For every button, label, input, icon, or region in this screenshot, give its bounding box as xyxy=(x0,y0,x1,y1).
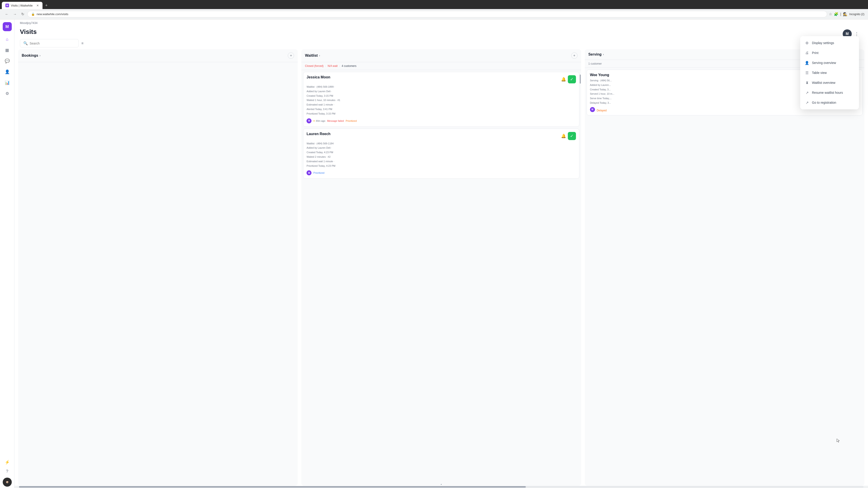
detail-line3: Created Today, 3:15 PM xyxy=(307,94,576,98)
customer-name-lauren: Lauren Reech xyxy=(307,132,331,136)
sidebar-avatar-placeholder: 🐶 xyxy=(3,478,12,487)
dropdown-item-serving-overview[interactable]: 👤 Serving overview xyxy=(800,58,859,68)
reload-button[interactable]: ↻ xyxy=(20,11,26,17)
tag-message-failed[interactable]: Message failed xyxy=(327,120,344,122)
bell-button-jessica[interactable]: 🔔 xyxy=(561,77,566,82)
sidebar-item-settings[interactable]: ⚙ xyxy=(3,89,12,98)
sidebar: M ⌂ ▦ 💬 👤 📊 ⚙ ⚡ ? 🐶 xyxy=(0,20,14,488)
waitlist-closed-label: Closed (forced) xyxy=(305,64,323,68)
sidebar-item-lightning[interactable]: ⚡ xyxy=(3,458,12,467)
card-footer-jessica: M ● 44m ago Message failed Prioritized xyxy=(307,119,576,123)
card-header-lauren: Lauren Reech 🔔 ✓ xyxy=(307,132,576,140)
lauren-detail-line2: Added by Lauren Deli · xyxy=(307,146,576,150)
new-tab-button[interactable]: + xyxy=(43,2,50,9)
page-header: Visits xyxy=(14,25,868,37)
app-layout: M ⌂ ▦ 💬 👤 📊 ⚙ ⚡ ? 🐶 xyxy=(0,20,868,488)
bell-button-lauren[interactable]: 🔔 xyxy=(561,133,566,138)
waitlist-overview-icon: ⧗ xyxy=(805,80,809,85)
chart-icon: 📊 xyxy=(5,80,10,85)
more-options-button[interactable]: ⋮ xyxy=(855,31,859,37)
scrollbar-thumb[interactable] xyxy=(19,486,526,488)
back-button[interactable]: ← xyxy=(4,11,10,17)
tab-bar: W Visits | Waitwhile ✕ + xyxy=(0,0,868,9)
extensions-icon[interactable]: 🧩 xyxy=(834,12,838,16)
dropdown-item-print[interactable]: 🖨 Print xyxy=(800,48,859,58)
table-view-label: Table view xyxy=(812,71,827,74)
sidebar-item-help[interactable]: ? xyxy=(3,467,12,476)
waitlist-column: Waitlist › + Closed (forced) · N/A wait … xyxy=(301,49,581,486)
browser-actions: ☆ 🧩 | 🕵 Incognito (2) xyxy=(829,12,864,16)
lauren-detail-line1: Waitlist · (484) 569-1184 xyxy=(307,141,576,146)
waitlist-customer-count: 4 customers xyxy=(342,64,356,68)
detail-line6: Alerted Today, 3:41 PM xyxy=(307,107,576,111)
detail-line5: Estimated wait 1 minute · xyxy=(307,103,576,107)
address-bar[interactable]: 🔒 new.waitwhile.com/visits xyxy=(27,11,827,18)
resume-waitlist-label: Resume waitlist hours xyxy=(812,91,843,94)
serving-overview-label: Serving overview xyxy=(812,61,836,65)
scrollbar-track xyxy=(19,486,864,488)
sidebar-bottom: ⚡ ? 🐶 xyxy=(3,458,12,487)
serving-avatar-wee-young: M xyxy=(590,107,595,112)
forward-button[interactable]: → xyxy=(12,11,18,17)
bookings-chevron-icon: › xyxy=(39,54,40,57)
card-footer-lauren: M Prioritized xyxy=(307,170,576,175)
filter-icon[interactable]: ≡ xyxy=(81,41,84,45)
lauren-detail-line5: Estimated wait 1 minute · xyxy=(307,159,576,164)
table-view-icon: ☰ xyxy=(805,70,809,75)
bookings-column: Bookings › + xyxy=(18,49,298,486)
dropdown-menu: ⚙ Display settings 🖨 Print 👤 Serving ove… xyxy=(800,36,859,109)
sidebar-item-home[interactable]: ⌂ xyxy=(3,35,12,44)
horizontal-scrollbar[interactable] xyxy=(14,486,868,488)
active-tab[interactable]: W Visits | Waitwhile ✕ xyxy=(2,2,42,9)
serving-cards-area: Wee Young Serving · (484) 56... Added by… xyxy=(585,68,864,486)
waitlist-column-title: Waitlist › xyxy=(305,54,320,58)
search-input-wrap[interactable]: 🔍 xyxy=(20,39,79,47)
dropdown-item-display-settings[interactable]: ⚙ Display settings xyxy=(800,38,859,48)
tab-close-button[interactable]: ✕ xyxy=(36,4,39,7)
resume-waitlist-icon: ↗ xyxy=(805,90,809,95)
waitlist-add-button[interactable]: + xyxy=(571,53,578,59)
serving-column: Serving › 1 customer Wee Young Serving ·… xyxy=(585,49,864,486)
dropdown-item-go-to-registration[interactable]: ↗ Go to registration xyxy=(800,98,859,107)
visit-card-jessica-moon[interactable]: Jessica Moon 🔔 ✓ Waitlist · (484) 569-18… xyxy=(303,72,579,127)
calendar-icon: ▦ xyxy=(5,48,9,53)
sidebar-user-avatar[interactable]: 🐶 xyxy=(3,478,12,487)
dropdown-item-resume-waitlist-hours[interactable]: ↗ Resume waitlist hours xyxy=(800,88,859,98)
visit-card-lauren-reech[interactable]: Lauren Reech 🔔 ✓ Waitlist · (484) 569-11… xyxy=(303,129,579,179)
time-ago-jessica: ● 44m ago xyxy=(313,120,325,122)
tab-title: Visits | Waitwhile xyxy=(11,4,33,7)
sidebar-item-chat[interactable]: 💬 xyxy=(3,57,12,66)
print-label: Print xyxy=(812,51,818,55)
sidebar-item-users[interactable]: 👤 xyxy=(3,67,12,76)
org-name-header: Moodjoy7434 xyxy=(14,20,868,25)
serving-column-title: Serving › xyxy=(588,53,604,57)
incognito-icon[interactable]: 🕵 xyxy=(843,12,847,16)
detail-line4: Waited 1 hour, 10 minutes · #1 xyxy=(307,98,576,103)
sidebar-item-calendar[interactable]: ▦ xyxy=(3,46,12,55)
display-settings-label: Display settings xyxy=(812,41,834,45)
sidebar-logo[interactable]: M xyxy=(3,22,12,31)
sidebar-item-analytics[interactable]: 📊 xyxy=(3,78,12,87)
dropdown-item-table-view[interactable]: ☰ Table view xyxy=(800,68,859,78)
waitlist-chevron-icon: › xyxy=(319,54,320,57)
check-button-lauren[interactable]: ✓ xyxy=(568,132,576,140)
detail-line1: Waitlist · (484) 569-1899 · xyxy=(307,85,576,89)
browser-chrome: W Visits | Waitwhile ✕ + ← → ↻ 🔒 new.wai… xyxy=(0,0,868,20)
search-bar-row: 🔍 ≡ xyxy=(14,37,868,49)
bookings-add-button[interactable]: + xyxy=(288,53,294,59)
kanban-board: Bookings › + Waitlist › + xyxy=(14,49,868,488)
dropdown-item-waitlist-overview[interactable]: ⧗ Waitlist overview xyxy=(800,78,859,88)
waitlist-overview-label: Waitlist overview xyxy=(812,81,835,85)
tag-prioritized-jessica[interactable]: Prioritized xyxy=(346,120,357,122)
card-avatar-jessica: M xyxy=(307,119,311,123)
check-button-jessica[interactable]: ✓ xyxy=(568,75,576,84)
star-icon[interactable]: ☆ xyxy=(829,12,832,16)
chat-icon: 💬 xyxy=(5,59,10,64)
search-input[interactable] xyxy=(30,41,75,45)
waitlist-status: Closed (forced) · N/A wait · 4 customers xyxy=(301,62,581,70)
profile-icon[interactable]: | xyxy=(840,12,841,16)
tag-prioritized-lauren[interactable]: Prioritized xyxy=(313,171,324,174)
waitlist-column-header: Waitlist › + xyxy=(301,49,581,62)
waitlist-wait-info: N/A wait xyxy=(328,64,338,68)
help-icon: ? xyxy=(6,469,8,474)
